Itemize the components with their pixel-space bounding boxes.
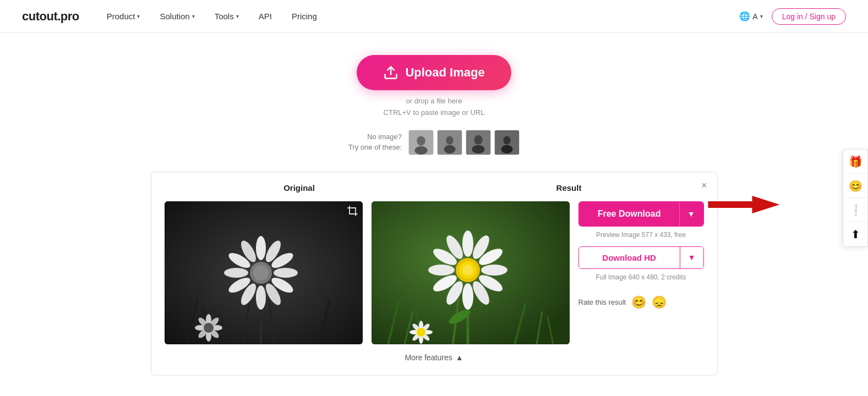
images-row: Free Download ▼ Preview Image 577 x 433,…	[165, 201, 704, 344]
hd-download-dropdown-button[interactable]: ▼	[680, 247, 703, 268]
chevron-down-icon: ▾	[192, 13, 195, 19]
color-daisy-svg	[372, 201, 570, 344]
svg-point-68	[462, 265, 473, 276]
logo[interactable]: cutout.pro	[22, 9, 79, 24]
panel-headers: Original Result	[165, 183, 704, 193]
chevron-up-icon: ▲	[456, 353, 463, 362]
sample-thumb-2[interactable]	[437, 130, 462, 155]
header: cutout.pro Product ▾ Solution ▾ Tools ▾ …	[0, 0, 868, 33]
svg-point-57	[481, 265, 507, 276]
svg-point-24	[274, 268, 298, 278]
full-info: Full Image 640 x 480, 2 credits	[578, 273, 704, 281]
free-download-dropdown-button[interactable]: ▼	[679, 202, 703, 226]
login-button[interactable]: Log in / Sign up	[772, 8, 846, 25]
svg-point-27	[256, 285, 266, 310]
chevron-down-icon: ▾	[137, 13, 140, 19]
more-features[interactable]: More features ▲	[165, 353, 704, 362]
hero-section: Upload Image or drop a file here CTRL+V …	[0, 33, 868, 166]
rate-label: Rate this result	[578, 298, 626, 306]
sample-thumb-2-img	[438, 130, 462, 155]
nav-api[interactable]: API	[259, 12, 272, 21]
result-label: Result	[434, 183, 704, 193]
translate-icon: 🌐	[739, 11, 750, 21]
chevron-down-icon: ▾	[236, 13, 239, 19]
side-panel: Free Download ▼ Preview Image 577 x 433,…	[578, 201, 704, 310]
original-image	[165, 201, 363, 344]
svg-point-30	[224, 268, 248, 278]
svg-point-6	[444, 145, 456, 153]
upload-icon	[383, 65, 398, 80]
svg-point-2	[417, 136, 425, 145]
free-download-row: Free Download ▼	[578, 201, 704, 227]
hd-download-row: Download HD ▼	[578, 246, 704, 269]
chevron-down-icon: ▼	[687, 210, 695, 218]
svg-point-54	[462, 230, 473, 257]
svg-point-9	[472, 145, 485, 153]
sidebar-gift-button[interactable]: 🎁	[843, 150, 867, 174]
sample-thumb-1-img	[409, 130, 433, 155]
svg-point-77	[417, 328, 425, 337]
nav-tools[interactable]: Tools ▾	[215, 12, 239, 21]
header-right: 🌐 A ▾ Log in / Sign up	[739, 8, 846, 25]
crop-icon[interactable]	[347, 206, 358, 217]
sidebar-alert-button[interactable]: ❕	[843, 198, 867, 222]
sample-thumb-3[interactable]	[466, 130, 491, 155]
svg-point-3	[415, 146, 428, 154]
chevron-down-icon: ▾	[760, 13, 763, 19]
upload-button-label: Upload Image	[405, 65, 484, 80]
upload-image-button[interactable]: Upload Image	[357, 55, 511, 90]
svg-point-11	[503, 136, 510, 144]
sidebar-face-button[interactable]: 😊	[843, 174, 867, 198]
sample-thumb-3-img	[466, 130, 490, 155]
rate-row: Rate this result 😊 😞	[578, 295, 704, 310]
sample-thumbnails	[408, 130, 520, 155]
nav-solution[interactable]: Solution ▾	[160, 12, 194, 21]
main-nav: Product ▾ Solution ▾ Tools ▾ API Pricing	[107, 12, 317, 21]
svg-point-12	[501, 145, 513, 153]
main-panel: Original Result ×	[151, 172, 718, 376]
svg-point-34	[253, 265, 269, 280]
svg-marker-78	[708, 196, 779, 213]
free-download-button[interactable]: Free Download	[580, 202, 679, 226]
sample-thumb-4[interactable]	[494, 130, 520, 155]
sample-images-row: No image? Try one of these:	[348, 130, 520, 155]
happy-rating-button[interactable]: 😊	[631, 295, 646, 310]
red-arrow	[704, 194, 784, 216]
sad-rating-button[interactable]: 😞	[652, 295, 667, 310]
nav-product[interactable]: Product ▾	[107, 12, 140, 21]
hd-download-button[interactable]: Download HD	[579, 247, 680, 268]
svg-point-8	[474, 135, 482, 144]
chevron-down-icon: ▼	[688, 253, 696, 262]
svg-point-63	[428, 265, 455, 276]
svg-point-21	[256, 236, 266, 260]
more-features-label: More features	[405, 353, 452, 362]
bw-daisy-svg	[165, 201, 363, 344]
sidebar-upload-button[interactable]: ⬆	[843, 222, 867, 246]
nav-pricing[interactable]: Pricing	[292, 12, 317, 21]
sample-thumb-4-img	[495, 130, 519, 155]
svg-point-43	[204, 323, 214, 333]
sample-thumb-1[interactable]	[408, 130, 434, 155]
result-image	[372, 201, 570, 344]
sample-label: No image? Try one of these:	[348, 132, 402, 152]
preview-info: Preview Image 577 x 433, free	[578, 231, 704, 239]
floating-sidebar: 🎁 😊 ❕ ⬆	[843, 149, 868, 247]
drop-hint: or drop a file here CTRL+V to paste imag…	[384, 96, 485, 119]
original-label: Original	[165, 183, 434, 193]
svg-point-5	[446, 136, 453, 144]
svg-point-60	[462, 283, 473, 310]
language-selector[interactable]: 🌐 A ▾	[739, 11, 762, 21]
close-button[interactable]: ×	[701, 180, 707, 191]
